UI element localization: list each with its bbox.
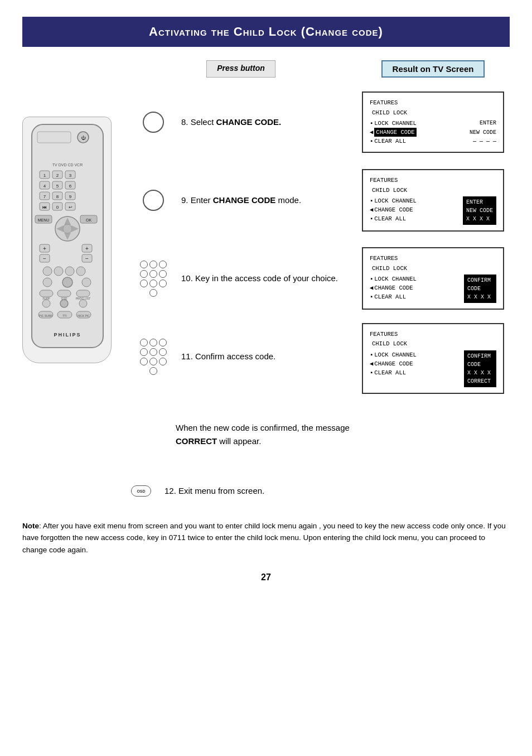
result-tv-header: Result on TV Screen [381, 60, 485, 78]
screen-slot-1: FEATURES CHILD LOCK ▪ LOCK CHANNEL ENTER… [356, 83, 510, 161]
svg-point-60 [42, 300, 50, 307]
tv-screen-3: FEATURES CHILD LOCK ▪ LOCK CHANNEL ◀ CHA… [362, 247, 504, 310]
step-8-row: 8. Select CHANGE CODE. [131, 83, 351, 161]
svg-point-47 [43, 267, 52, 276]
svg-text:PHILIPS: PHILIPS [54, 332, 81, 338]
svg-text:OK: OK [86, 218, 91, 222]
screen-slot-4: FEATURES CHILD LOCK ▪ LOCK CHANNEL ◀ CHA… [356, 317, 510, 399]
step-12-text: 12. Exit menu from screen. [159, 485, 351, 498]
svg-text:7: 7 [43, 194, 46, 199]
svg-text:MENU: MENU [38, 218, 50, 222]
step-12-row: OSD 12. Exit menu from screen. [131, 479, 351, 503]
svg-text:TV  DVD  CD  VCR: TV DVD CD VCR [52, 163, 83, 167]
svg-text:NICK PIC: NICK PIC [78, 314, 90, 317]
svg-text:↩: ↩ [69, 205, 72, 210]
tv-screen-4-panel: CONFIRM CODE X X X X CORRECT [464, 350, 496, 387]
svg-text:8: 8 [56, 194, 59, 199]
numpad-icon-2 [140, 339, 167, 375]
confirmed-message: When the new code is confirmed, the mess… [176, 416, 351, 454]
note-text: : After you have exit menu from screen a… [22, 522, 506, 554]
numpad-icon-1 [140, 261, 167, 297]
svg-point-49 [65, 267, 74, 276]
step-10-icon [131, 261, 176, 297]
svg-text:9: 9 [69, 194, 72, 199]
steps-column: 8. Select CHANGE CODE. 9. Enter CHANGE C… [125, 83, 356, 503]
svg-text:2: 2 [56, 173, 59, 178]
press-button-header: Press button [206, 60, 275, 78]
tv-screen-1-title: FEATURES [370, 98, 496, 107]
step-10-text: 10. Key in the access code of your choic… [176, 272, 351, 285]
remote-control: ⏻ TV DVD CD VCR 1 2 3 4 5 6 [22, 117, 112, 363]
svg-text:0: 0 [56, 205, 59, 210]
step-11-icon [131, 339, 176, 375]
svg-point-50 [76, 267, 85, 276]
screen-slot-3: FEATURES CHILD LOCK ▪ LOCK CHANNEL ◀ CHA… [356, 239, 510, 317]
remote-control-column: ⏻ TV DVD CD VCR 1 2 3 4 5 6 [22, 83, 125, 503]
svg-text:6: 6 [69, 184, 72, 189]
tv-screen-1-item-2: ◀ CHANGE CODE NEW CODE [370, 128, 496, 137]
svg-text:−: − [85, 256, 89, 262]
step-9-icon [131, 190, 176, 211]
svg-rect-54 [40, 290, 53, 297]
tv-screen-4: FEATURES CHILD LOCK ▪ LOCK CHANNEL ◀ CHA… [362, 323, 504, 394]
svg-rect-56 [76, 290, 90, 297]
svg-text:PIC SURR: PIC SURR [39, 314, 52, 317]
step-8-text: 8. Select CHANGE CODE. [176, 116, 351, 129]
circle-button-icon-2 [143, 190, 164, 211]
steps-list: 8. Select CHANGE CODE. 9. Enter CHANGE C… [131, 83, 351, 474]
svg-text:+: + [85, 245, 89, 252]
remote-svg: ⏻ TV DVD CD VCR 1 2 3 4 5 6 [27, 122, 108, 356]
screens-column: FEATURES CHILD LOCK ▪ LOCK CHANNEL ENTER… [356, 83, 510, 503]
svg-text:3: 3 [69, 173, 72, 178]
svg-text:−: − [43, 256, 46, 262]
confirmed-message-row: When the new code is confirmed, the mess… [131, 396, 351, 474]
tv-screen-1-subtitle: CHILD LOCK [370, 108, 496, 117]
tv-screen-2: FEATURES CHILD LOCK ▪ LOCK CHANNEL ◀ CHA… [362, 169, 504, 232]
svg-text:5: 5 [56, 184, 59, 189]
note-label: Note [22, 522, 39, 530]
tv-screen-1: FEATURES CHILD LOCK ▪ LOCK CHANNEL ENTER… [362, 92, 504, 152]
step-8-icon [131, 112, 176, 133]
step-9-row: 9. Enter CHANGE CODE mode. [131, 161, 351, 239]
page-number: 27 [22, 572, 510, 582]
tv-screen-3-panel: CONFIRM CODE X X X X [464, 275, 496, 303]
svg-text:4: 4 [43, 184, 46, 189]
osd-button-icon: OSD [131, 485, 151, 497]
svg-rect-3 [37, 132, 71, 143]
page-title: Activating the Child Lock (Change code) [22, 17, 510, 47]
svg-point-62 [79, 300, 87, 307]
tv-screen-1-item-3: ▪ CLEAR ALL — — — — [370, 137, 496, 146]
note-section: Note: After you have exit menu from scre… [22, 520, 510, 556]
tv-screen-2-panel: ENTER NEW CODE X X X X [463, 196, 496, 225]
svg-rect-55 [57, 290, 71, 297]
svg-point-51 [43, 278, 52, 287]
screens-list: FEATURES CHILD LOCK ▪ LOCK CHANNEL ENTER… [356, 83, 510, 399]
step-10-row: 10. Key in the access code of your choic… [131, 239, 351, 317]
circle-button-icon [143, 112, 164, 133]
step-11-row: 11. Confirm access code. [131, 317, 351, 396]
svg-text:+: + [43, 245, 46, 252]
step-11-text: 11. Confirm access code. [176, 350, 351, 363]
svg-point-53 [82, 278, 91, 287]
step-9-text: 9. Enter CHANGE CODE mode. [176, 194, 351, 207]
svg-point-52 [62, 277, 72, 287]
tv-screen-1-item-1: ▪ LOCK CHANNEL ENTER [370, 119, 496, 128]
svg-point-61 [60, 300, 68, 307]
svg-point-48 [54, 267, 63, 276]
svg-text:TTI: TTI [62, 314, 67, 317]
screen-slot-2: FEATURES CHILD LOCK ▪ LOCK CHANNEL ◀ CHA… [356, 161, 510, 239]
svg-text:⏻: ⏻ [81, 136, 86, 141]
svg-point-38 [63, 224, 72, 233]
svg-text:⏮: ⏮ [42, 205, 47, 210]
svg-text:1: 1 [43, 173, 46, 178]
